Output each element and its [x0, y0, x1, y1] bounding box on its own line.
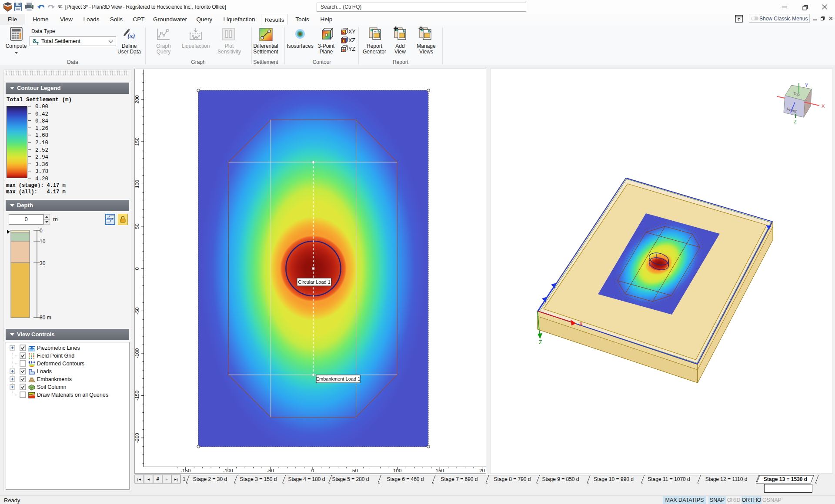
svg-text:-100: -100 [134, 348, 140, 358]
svg-text:►|: ►| [174, 477, 178, 481]
svg-text:►: ► [165, 477, 169, 481]
svg-text:Z: Z [539, 339, 542, 345]
svg-text:Embankment Load 1: Embankment Load 1 [316, 376, 361, 381]
svg-text:Field Point Grid: Field Point Grid [37, 353, 74, 359]
svg-text:50: 50 [352, 468, 358, 473]
svg-text:Stage 3 = 150 d: Stage 3 = 150 d [240, 476, 277, 482]
svg-text:Draw Materials on all Queries: Draw Materials on all Queries [37, 392, 108, 398]
svg-text:-100: -100 [223, 468, 233, 473]
svg-text:0: 0 [311, 468, 314, 473]
svg-text:200: 200 [134, 95, 140, 103]
svg-text:Deformed Contours: Deformed Contours [37, 361, 84, 367]
svg-text:20: 20 [479, 468, 485, 473]
svg-text:Stage 2 = 30 d: Stage 2 = 30 d [193, 476, 227, 482]
svg-text:Piezometric Lines: Piezometric Lines [37, 345, 80, 351]
svg-text:Loads: Loads [37, 368, 52, 375]
svg-text:0: 0 [40, 229, 43, 234]
svg-text:X: X [822, 103, 825, 109]
svg-text:-50: -50 [134, 307, 140, 315]
svg-text:Stage 9 = 850 d: Stage 9 = 850 d [542, 476, 579, 482]
svg-text:0: 0 [134, 267, 140, 270]
svg-text:Stage 11 = 1070 d: Stage 11 = 1070 d [648, 476, 690, 482]
svg-text:10: 10 [40, 239, 46, 245]
svg-text:Stage 13 = 1530 d: Stage 13 = 1530 d [764, 476, 807, 482]
svg-text:◄: ◄ [147, 477, 150, 481]
svg-text:80 m: 80 m [40, 315, 51, 321]
svg-text:#: # [156, 476, 159, 481]
svg-text:Stage 6 = 460 d: Stage 6 = 460 d [387, 476, 424, 482]
svg-text:-150: -150 [180, 468, 190, 473]
svg-text:Z: Z [794, 119, 797, 124]
svg-text:Stage 5 = 280 d: Stage 5 = 280 d [332, 476, 369, 482]
svg-text:Stage 7 = 690 d: Stage 7 = 690 d [441, 476, 478, 482]
svg-text:XY: XY [348, 29, 356, 35]
svg-text:50: 50 [134, 223, 140, 229]
svg-text:Embankments: Embankments [37, 376, 72, 382]
svg-text:X: X [579, 321, 583, 327]
svg-text:Stage 8 = 790 d: Stage 8 = 790 d [494, 476, 531, 482]
svg-text:Circular Load 1: Circular Load 1 [298, 279, 331, 285]
svg-text:(x): (x) [127, 32, 135, 40]
svg-text:Soil Column: Soil Column [37, 384, 66, 390]
svg-text:XZ: XZ [348, 37, 355, 43]
svg-text:Stage 4 = 180 d: Stage 4 = 180 d [288, 476, 325, 482]
svg-text:Y: Y [805, 83, 808, 88]
svg-text:150: 150 [436, 468, 444, 473]
svg-text:100: 100 [393, 468, 401, 473]
svg-text:|◄: |◄ [137, 477, 142, 481]
svg-text:YZ: YZ [348, 46, 355, 52]
svg-text:-150: -150 [134, 391, 140, 401]
svg-text:-200: -200 [134, 433, 140, 443]
svg-text:150: 150 [134, 137, 140, 146]
svg-text:Stage 12 = 1110 d: Stage 12 = 1110 d [705, 476, 748, 482]
svg-text:30: 30 [40, 260, 46, 266]
svg-text:1: 1 [183, 476, 186, 482]
svg-text:-50: -50 [267, 468, 274, 473]
svg-text:Stage 10 = 990 d: Stage 10 = 990 d [594, 476, 634, 482]
svg-text:100: 100 [134, 180, 140, 188]
